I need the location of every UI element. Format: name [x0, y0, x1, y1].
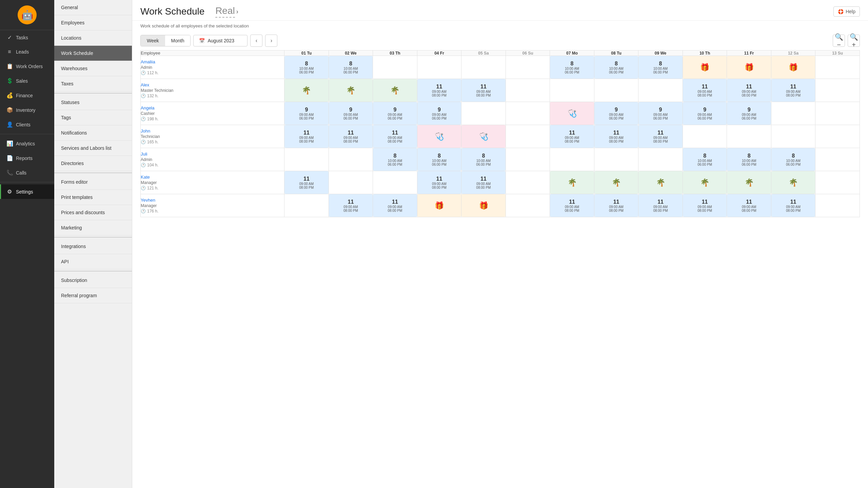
schedule-cell[interactable] — [461, 56, 506, 79]
prev-period-button[interactable]: ‹ — [250, 35, 262, 47]
schedule-cell[interactable] — [373, 56, 417, 79]
schedule-cell[interactable]: 🌴 — [683, 171, 727, 194]
sidebar-item-referral-program[interactable]: Referral program — [54, 288, 132, 303]
schedule-cell[interactable] — [506, 125, 550, 148]
schedule-cell[interactable]: 🌴 — [284, 79, 329, 102]
schedule-cell[interactable]: 9 09:00 AM 06:00 PM — [638, 102, 683, 125]
nav-item-leads[interactable]: ≡ Leads — [0, 45, 54, 59]
next-period-button[interactable]: › — [265, 35, 277, 47]
schedule-cell[interactable]: 11 09:00 AM 08:00 PM — [284, 125, 329, 148]
help-button[interactable]: 🛟 Help — [833, 6, 860, 17]
sidebar-item-statuses[interactable]: Statuses — [54, 95, 132, 110]
schedule-cell[interactable]: 11 09:00 AM 08:00 PM — [417, 79, 461, 102]
nav-item-clients[interactable]: 👤 Clients — [0, 117, 54, 132]
sidebar-item-general[interactable]: General — [54, 0, 132, 15]
sidebar-item-taxes[interactable]: Taxes — [54, 76, 132, 92]
view-month-button[interactable]: Month — [165, 35, 191, 46]
date-picker-button[interactable]: 📅 August 2023 — [193, 35, 248, 46]
schedule-cell[interactable]: 🎁 — [683, 56, 727, 79]
schedule-cell[interactable] — [284, 148, 329, 171]
schedule-cell[interactable] — [815, 56, 860, 79]
schedule-cell[interactable] — [506, 102, 550, 125]
schedule-cell[interactable] — [683, 125, 727, 148]
sidebar-item-forms-editor[interactable]: Forms editor — [54, 175, 132, 190]
schedule-cell[interactable] — [815, 102, 860, 125]
zoom-in-button[interactable]: 🔍+ — [848, 35, 860, 47]
schedule-cell[interactable] — [815, 194, 860, 217]
employee-name[interactable]: Kate — [141, 175, 150, 180]
schedule-cell[interactable]: 8 10:00 AM 06:00 PM — [594, 56, 638, 79]
sidebar-item-marketing[interactable]: Marketing — [54, 220, 132, 236]
schedule-cell[interactable]: 🌴 — [373, 79, 417, 102]
schedule-cell[interactable]: 🌴 — [550, 171, 594, 194]
schedule-cell[interactable]: 9 09:00 AM 06:00 PM — [683, 102, 727, 125]
schedule-cell[interactable] — [594, 79, 638, 102]
schedule-cell[interactable] — [638, 79, 683, 102]
schedule-cell[interactable] — [284, 194, 329, 217]
schedule-cell[interactable] — [550, 79, 594, 102]
nav-item-settings[interactable]: ⚙ Settings — [0, 184, 54, 199]
employee-name[interactable]: Amaliia — [141, 59, 155, 64]
schedule-cell[interactable]: 🩺 — [417, 125, 461, 148]
schedule-cell[interactable]: 🎁 — [417, 194, 461, 217]
schedule-cell[interactable]: 11 09:00 AM 08:00 PM — [329, 125, 373, 148]
schedule-cell[interactable]: 11 09:00 AM 08:00 PM — [461, 171, 506, 194]
employee-name[interactable]: Alex — [141, 82, 149, 87]
schedule-cell[interactable]: 11 09:00 AM 08:00 PM — [771, 79, 815, 102]
schedule-cell[interactable]: 9 09:00 AM 06:00 PM — [284, 102, 329, 125]
nav-item-analytics[interactable]: 📊 Analytics — [0, 136, 54, 151]
sidebar-item-locations[interactable]: Locations — [54, 30, 132, 46]
schedule-cell[interactable] — [594, 148, 638, 171]
sidebar-item-api[interactable]: API — [54, 254, 132, 269]
schedule-cell[interactable]: 11 09:00 AM 08:00 PM — [373, 125, 417, 148]
view-week-button[interactable]: Week — [141, 35, 165, 46]
schedule-cell[interactable] — [727, 125, 771, 148]
sidebar-item-print-templates[interactable]: Print templates — [54, 190, 132, 205]
sidebar-item-work-schedule[interactable]: Work Schedule — [54, 46, 132, 61]
schedule-cell[interactable] — [329, 171, 373, 194]
schedule-cell[interactable]: 11 09:00 AM 08:00 PM — [638, 125, 683, 148]
schedule-cell[interactable]: 9 09:00 AM 06:00 PM — [417, 102, 461, 125]
sidebar-item-subscription[interactable]: Subscription — [54, 273, 132, 288]
sidebar-item-prices-discounts[interactable]: Prices and discounts — [54, 205, 132, 220]
sidebar-item-services-labors[interactable]: Services and Labors list — [54, 141, 132, 156]
schedule-cell[interactable]: 8 10:00 AM 06:00 PM — [329, 56, 373, 79]
schedule-cell[interactable]: 11 09:00 AM 08:00 PM — [594, 125, 638, 148]
schedule-cell[interactable]: 8 10:00 AM 06:00 PM — [638, 56, 683, 79]
schedule-cell[interactable]: 11 09:00 AM 08:00 PM — [461, 79, 506, 102]
schedule-cell[interactable]: 11 09:00 AM 08:00 PM — [550, 194, 594, 217]
schedule-cell[interactable]: 11 09:00 AM 08:00 PM — [284, 171, 329, 194]
schedule-cell[interactable] — [506, 148, 550, 171]
schedule-cell[interactable]: 8 10:00 AM 06:00 PM — [771, 148, 815, 171]
schedule-cell[interactable]: 9 09:00 AM 06:00 PM — [594, 102, 638, 125]
sidebar-item-notifications[interactable]: Notifications — [54, 125, 132, 141]
schedule-cell[interactable]: 🎁 — [771, 56, 815, 79]
nav-item-inventory[interactable]: 📦 Inventory — [0, 103, 54, 117]
schedule-cell[interactable] — [506, 171, 550, 194]
schedule-cell[interactable]: 11 09:00 AM 08:00 PM — [550, 125, 594, 148]
title-dropdown[interactable]: Real › — [215, 5, 238, 18]
schedule-cell[interactable]: 8 10:00 AM 06:00 PM — [417, 148, 461, 171]
schedule-cell[interactable]: 11 09:00 AM 08:00 PM — [727, 79, 771, 102]
schedule-container[interactable]: Employee 01 Tu02 We03 Th04 Fr05 Sa06 Su0… — [132, 50, 868, 488]
schedule-cell[interactable] — [771, 125, 815, 148]
schedule-cell[interactable] — [771, 102, 815, 125]
schedule-cell[interactable]: 9 09:00 AM 06:00 PM — [329, 102, 373, 125]
schedule-cell[interactable] — [815, 79, 860, 102]
schedule-cell[interactable] — [461, 102, 506, 125]
schedule-cell[interactable]: 11 09:00 AM 08:00 PM — [329, 194, 373, 217]
sidebar-item-tags[interactable]: Tags — [54, 110, 132, 125]
employee-name[interactable]: Angela — [141, 105, 154, 110]
schedule-cell[interactable]: 11 09:00 AM 08:00 PM — [771, 194, 815, 217]
schedule-cell[interactable] — [815, 171, 860, 194]
schedule-cell[interactable]: 9 09:00 AM 06:00 PM — [727, 102, 771, 125]
nav-item-reports[interactable]: 📄 Reports — [0, 151, 54, 165]
schedule-cell[interactable]: 11 09:00 AM 08:00 PM — [417, 171, 461, 194]
schedule-cell[interactable] — [638, 148, 683, 171]
schedule-cell[interactable]: 11 09:00 AM 08:00 PM — [594, 194, 638, 217]
schedule-cell[interactable]: 8 10:00 AM 06:00 PM — [373, 148, 417, 171]
schedule-cell[interactable]: 🩺 — [461, 125, 506, 148]
schedule-cell[interactable]: 8 10:00 AM 06:00 PM — [727, 148, 771, 171]
schedule-cell[interactable]: 11 09:00 AM 08:00 PM — [683, 79, 727, 102]
schedule-cell[interactable]: 11 09:00 AM 08:00 PM — [727, 194, 771, 217]
